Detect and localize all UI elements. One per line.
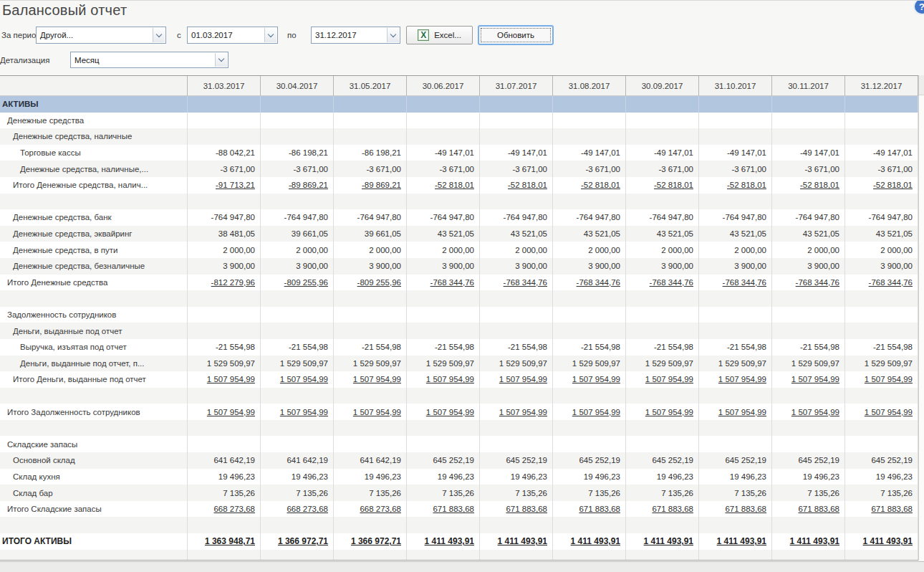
table-cell[interactable]: 7 135,26 (699, 485, 772, 501)
table-cell[interactable]: -3 671,00 (553, 161, 626, 177)
table-cell[interactable]: 1 507 954,99 (261, 404, 334, 420)
table-cell[interactable]: 1 529 509,97 (480, 356, 553, 372)
table-cell[interactable]: 641 642,19 (188, 452, 261, 469)
row-label[interactable]: Задолженность сотрудников (0, 307, 188, 323)
row-label[interactable]: АКТИВЫ (0, 96, 188, 113)
refresh-button[interactable]: Обновить (478, 25, 554, 45)
table-cell[interactable]: 1 507 954,99 (772, 371, 845, 388)
row-label[interactable]: Деньги, выданные под отчет (0, 323, 188, 339)
date-to-combobox[interactable]: 31.12.2017 (311, 27, 400, 44)
row-label[interactable]: Денежные средства, банк (0, 209, 188, 226)
row-label[interactable]: Склад бар (0, 485, 188, 501)
table-cell[interactable]: 7 135,26 (407, 485, 480, 501)
group-row[interactable]: Денежные средства, наличные (0, 128, 918, 145)
table-cell[interactable]: 2 000,00 (407, 242, 480, 258)
table-cell[interactable]: 1 507 954,99 (334, 371, 407, 388)
table-cell[interactable]: -764 947,80 (845, 209, 918, 226)
table-cell[interactable]: 19 496,23 (772, 469, 845, 485)
row-label[interactable]: Торговые кассы (0, 145, 188, 161)
table-cell[interactable]: 671 883,68 (407, 501, 480, 518)
table-cell[interactable]: -52 818,01 (845, 177, 918, 194)
table-cell[interactable]: -21 554,98 (845, 339, 918, 356)
table-cell[interactable]: 7 135,26 (626, 485, 699, 501)
table-cell[interactable]: 38 481,05 (188, 226, 261, 242)
table-cell[interactable]: 7 135,26 (480, 485, 553, 501)
table-cell[interactable]: 1 529 509,97 (699, 356, 772, 372)
table-cell[interactable]: -52 818,01 (407, 177, 480, 194)
table-cell[interactable]: 7 135,26 (334, 485, 407, 501)
table-cell[interactable]: 19 496,23 (699, 469, 772, 485)
date-from-combobox[interactable]: 01.03.2017 (187, 27, 278, 44)
table-cell[interactable]: -49 147,01 (626, 145, 699, 161)
table-cell[interactable]: -764 947,80 (699, 209, 772, 226)
column-header[interactable]: 31.10.2017 (699, 76, 772, 96)
excel-export-button[interactable]: X Excel... (406, 26, 473, 44)
table-cell[interactable]: 645 252,19 (480, 452, 553, 469)
table-cell[interactable]: -49 147,01 (772, 145, 845, 161)
table-cell[interactable]: 1 507 954,99 (261, 371, 334, 388)
table-cell[interactable]: -812 279,96 (188, 275, 261, 291)
table-cell[interactable]: -49 147,01 (845, 145, 918, 161)
help-icon[interactable]: ? (913, 0, 924, 15)
table-cell[interactable]: -52 818,01 (626, 177, 699, 194)
table-cell[interactable]: -21 554,98 (553, 339, 626, 356)
table-cell[interactable]: 1 507 954,99 (480, 404, 553, 420)
table-cell[interactable]: -89 869,21 (261, 177, 334, 194)
table-cell[interactable]: -764 947,80 (480, 209, 553, 226)
table-cell[interactable]: -52 818,01 (553, 177, 626, 194)
row-label[interactable]: Склад кухня (0, 469, 188, 485)
table-cell[interactable]: -3 671,00 (261, 161, 334, 177)
row-label[interactable]: Складские запасы (0, 436, 188, 452)
table-cell[interactable]: 1 529 509,97 (261, 356, 334, 372)
table-cell[interactable]: -3 671,00 (626, 161, 699, 177)
table-cell[interactable]: 19 496,23 (480, 469, 553, 485)
vertical-scrollbar[interactable] (918, 75, 924, 561)
table-cell[interactable]: -768 344,76 (845, 275, 918, 291)
table-cell[interactable]: 43 521,05 (480, 226, 553, 242)
table-cell[interactable]: 671 883,68 (772, 501, 845, 518)
column-header[interactable]: 30.06.2017 (407, 76, 480, 96)
row-label[interactable]: Денежные средства, наличные (0, 128, 188, 145)
table-cell[interactable]: 1 529 509,97 (553, 356, 626, 372)
table-cell[interactable]: -768 344,76 (626, 275, 699, 291)
total-row[interactable]: Итого Денежные средства, налич...-91 713… (0, 177, 918, 194)
table-cell[interactable]: 1 507 954,99 (699, 371, 772, 388)
row-label[interactable]: Денежные средства, в пути (0, 242, 188, 258)
column-header[interactable]: 31.05.2017 (334, 76, 407, 96)
table-cell[interactable]: 19 496,23 (553, 469, 626, 485)
group-row[interactable]: Задолженность сотрудников (0, 307, 918, 323)
table-cell[interactable]: 1 411 493,91 (407, 533, 480, 550)
chevron-down-icon[interactable] (387, 28, 399, 42)
table-cell[interactable]: 3 900,00 (772, 258, 845, 275)
table-cell[interactable]: -86 198,21 (261, 145, 334, 161)
table-cell[interactable]: 645 252,19 (699, 452, 772, 469)
table-cell[interactable]: 1 411 493,91 (845, 533, 918, 550)
table-cell[interactable]: 641 642,19 (334, 452, 407, 469)
table-cell[interactable]: 1 529 509,97 (334, 356, 407, 372)
table-cell[interactable]: -768 344,76 (407, 275, 480, 291)
table-cell[interactable]: 671 883,68 (699, 501, 772, 518)
table-cell[interactable]: -764 947,80 (626, 209, 699, 226)
column-header[interactable]: 31.03.2017 (188, 76, 261, 96)
table-cell[interactable]: -3 671,00 (480, 161, 553, 177)
table-cell[interactable]: -21 554,98 (334, 339, 407, 356)
table-cell[interactable]: 2 000,00 (845, 242, 918, 258)
table-cell[interactable]: 19 496,23 (845, 469, 918, 485)
table-cell[interactable]: 43 521,05 (407, 226, 480, 242)
table-cell[interactable]: 1 366 972,71 (261, 533, 334, 550)
table-cell[interactable]: 1 507 954,99 (334, 404, 407, 420)
table-cell[interactable]: 7 135,26 (772, 485, 845, 501)
table-cell[interactable]: 645 252,19 (772, 452, 845, 469)
data-row[interactable]: Денежные средства, эквайринг38 481,0539 … (0, 226, 918, 242)
table-cell[interactable]: 1 507 954,99 (845, 404, 918, 420)
table-cell[interactable]: 671 883,68 (480, 501, 553, 518)
table-cell[interactable]: 1 507 954,99 (845, 371, 918, 388)
table-cell[interactable]: -49 147,01 (553, 145, 626, 161)
table-cell[interactable]: 3 900,00 (334, 258, 407, 275)
total-row[interactable]: Итого Задолженность сотрудников1 507 954… (0, 404, 918, 420)
table-cell[interactable]: 19 496,23 (261, 469, 334, 485)
table-cell[interactable]: -21 554,98 (261, 339, 334, 356)
table-cell[interactable]: -768 344,76 (772, 275, 845, 291)
chevron-down-icon[interactable] (215, 53, 227, 67)
table-cell[interactable]: 1 507 954,99 (480, 371, 553, 388)
